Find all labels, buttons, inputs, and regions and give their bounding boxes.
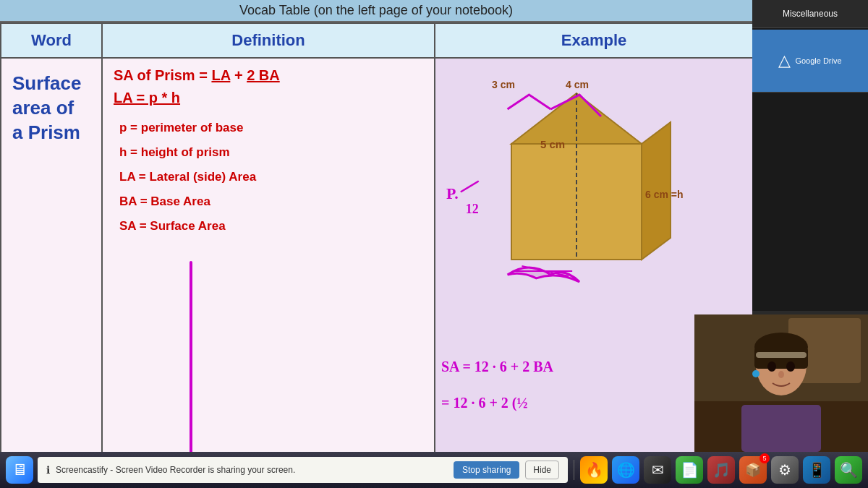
screencastify-notification: ℹ Screencastify - Screen Video Recorder … bbox=[38, 457, 568, 483]
word-a-prism: a Prism bbox=[12, 121, 90, 145]
def-item-sa: SA = Surface Area bbox=[114, 219, 423, 234]
svg-rect-14 bbox=[741, 405, 821, 452]
webcam-person bbox=[694, 314, 868, 452]
svg-point-15 bbox=[767, 361, 776, 372]
main-content: ♥ ♥ ♥ ♥ ♥ ♥ ♥ ♥ ♥ Vocab Table (on the le… bbox=[0, 0, 752, 488]
svg-text:P.: P. bbox=[446, 184, 459, 202]
la-underline: LA bbox=[211, 67, 230, 83]
purple-annotation-line bbox=[190, 261, 192, 471]
word-surface: Surface bbox=[12, 72, 90, 96]
word-area-of: area of bbox=[12, 96, 90, 121]
dim-6cm: 6 cm =h bbox=[645, 189, 684, 200]
title-bar: Vocab Table (on the left page of your no… bbox=[0, 0, 752, 22]
header-definition: Definition bbox=[102, 23, 435, 58]
app-icon-badge[interactable]: 📦 5 bbox=[739, 456, 767, 484]
definition-list: p = perimeter of base h = height of pris… bbox=[114, 121, 423, 234]
app-icon-8[interactable]: 📱 bbox=[803, 456, 830, 484]
dock-divider bbox=[574, 460, 574, 480]
right-sidebar: Miscellaneous △ Google Drive bbox=[752, 0, 868, 311]
app-icon-3[interactable]: ✉ bbox=[644, 456, 671, 484]
app-icon-2[interactable]: 🌐 bbox=[612, 456, 639, 484]
header-example: Example bbox=[435, 23, 752, 58]
person-silhouette bbox=[694, 314, 868, 452]
webcam-area bbox=[694, 314, 868, 452]
svg-point-16 bbox=[786, 361, 795, 372]
prism-diagram bbox=[475, 72, 678, 296]
header-word: Word bbox=[1, 23, 102, 58]
def-item-p: p = perimeter of base bbox=[114, 121, 423, 135]
vocab-table: Word Definition Example Surface area of … bbox=[0, 22, 752, 471]
notification-text: Screencastify - Screen Video Recorder is… bbox=[56, 465, 448, 475]
dim-3cm: 3 cm bbox=[492, 79, 515, 90]
sidebar-misc: Miscellaneous bbox=[752, 0, 868, 28]
app-icon-9[interactable]: 🔍 bbox=[835, 456, 862, 484]
stop-sharing-button[interactable]: Stop sharing bbox=[454, 461, 519, 479]
ba-underline: 2 BA bbox=[247, 67, 280, 83]
app-icon-5[interactable]: 🎵 bbox=[707, 456, 735, 484]
definition-cell: SA of Prism = LA + 2 BA LA = p * h p = p… bbox=[102, 58, 435, 470]
svg-point-17 bbox=[752, 370, 760, 377]
taskbar: 🖥 ℹ Screencastify - Screen Video Recorde… bbox=[0, 452, 868, 488]
def-item-h: h = height of prism bbox=[114, 145, 423, 160]
def-item-la: LA = Lateral (side) Area bbox=[114, 170, 423, 184]
app-icon-4[interactable]: 📄 bbox=[676, 456, 703, 484]
svg-rect-12 bbox=[756, 352, 807, 358]
sidebar-gdrive: △ Google Drive bbox=[752, 30, 868, 93]
la-formula: LA = p * h bbox=[114, 90, 423, 106]
dim-5cm: 5 cm bbox=[540, 138, 565, 150]
app-icon-1[interactable]: 🔥 bbox=[580, 456, 608, 484]
hide-button[interactable]: Hide bbox=[525, 461, 559, 479]
finder-icon[interactable]: 🖥 bbox=[6, 456, 33, 484]
svg-point-18 bbox=[778, 371, 784, 378]
word-cell: Surface area of a Prism bbox=[1, 58, 102, 470]
dim-4cm: 4 cm bbox=[566, 79, 589, 90]
title-text: Vocab Table (on the left page of your no… bbox=[239, 3, 513, 17]
def-item-ba: BA = Base Area bbox=[114, 194, 423, 209]
sa-formula: SA of Prism = LA + 2 BA bbox=[114, 67, 423, 84]
app-icon-7[interactable]: ⚙ bbox=[771, 456, 799, 484]
